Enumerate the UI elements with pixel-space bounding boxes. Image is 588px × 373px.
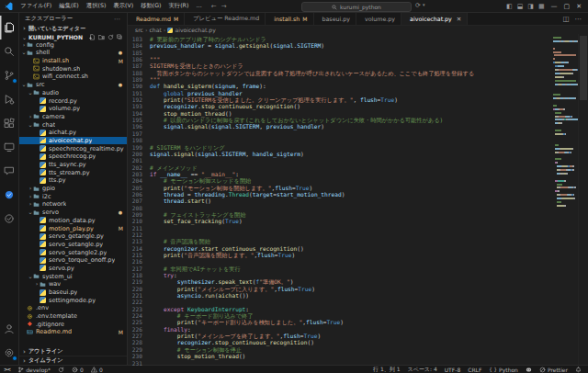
code-content[interactable]: # 更新前のアプリ終了時のシグナルハンドラprevious_handler = … [148, 34, 553, 365]
tree-item-camera[interactable]: ›camera [19, 113, 127, 121]
tree-item-system_ui[interactable]: ⌄system_ui [19, 272, 127, 280]
code-editor[interactable]: 1831841851861871881891901911921931941951… [128, 34, 588, 365]
tree-item-volume.py[interactable]: volume.py [19, 105, 127, 113]
status--行 1、列 1[interactable]: 行 1、列 1 [369, 366, 403, 373]
activity-source-control-icon[interactable] [0, 63, 19, 87]
activity-account-icon[interactable] [0, 317, 19, 341]
nav-back-icon[interactable]: ← [211, 3, 217, 10]
outline-section[interactable]: › アウトライン [19, 348, 127, 356]
open-editors-section[interactable]: › 開いているエディター [19, 25, 127, 33]
timeline-section[interactable]: › タイムライン [19, 356, 127, 365]
status-sync[interactable] [54, 367, 68, 373]
breadcrumb-item-chat[interactable]: chat [150, 27, 162, 33]
activity-search-icon[interactable] [0, 40, 19, 63]
breadcrumb-item-aivoicechat.py[interactable]: aivoicechat.py [175, 27, 215, 33]
tree-item-shutdown.sh[interactable]: shutdown.sh [19, 64, 127, 73]
tree-item-servo.py[interactable]: servo.py [19, 265, 127, 273]
command-center[interactable]: kurumi_python [301, 2, 412, 12]
minimize-button[interactable]: — [551, 3, 558, 10]
status-prettier-Prettier[interactable]: Prettier [536, 367, 571, 373]
status-copilot[interactable] [522, 367, 536, 373]
menu-item-0[interactable]: ファイル(F) [17, 2, 55, 8]
status--CRLF[interactable]: CRLF [464, 367, 485, 373]
tree-item-servo_torque_onoff.py[interactable]: servo_torque_onoff.py [19, 256, 127, 265]
tab-install.sh[interactable]: install.shM [266, 13, 313, 25]
tab-Readme.md[interactable]: Readme.mdM [128, 13, 185, 25]
status-bell[interactable] [571, 367, 585, 373]
scrollbar-thumb[interactable] [580, 36, 587, 100]
tree-item-network[interactable]: ›network [19, 200, 127, 209]
tree-item-aichat.py[interactable]: aichat.py [19, 129, 127, 137]
menu-item-3[interactable]: 表示(V) [109, 2, 137, 8]
status--スペース: 4[interactable]: スペース: 4 [404, 366, 441, 373]
tree-item-speechrecog_realtime.py[interactable]: speechrecog_realtime.py [19, 144, 127, 153]
tree-item-audio[interactable]: ⌄audio [19, 89, 127, 97]
toggle-panel-icon[interactable]: ⬓ [517, 3, 524, 10]
tree-item-speechrecog.py[interactable]: speechrecog.py [19, 153, 127, 161]
menu-item-6[interactable]: … [192, 2, 205, 8]
tree-item-motion_play.py[interactable]: motion_play.pyM [19, 224, 127, 232]
tree-item-settingmode.py[interactable]: settingmode.py [19, 296, 127, 304]
tree-item-wifi_connect.sh[interactable]: wifi_connect.sh [19, 73, 127, 81]
status-warning-0[interactable]: 0 [87, 367, 107, 373]
activity-extensions-icon[interactable] [0, 111, 19, 135]
refresh-icon[interactable] [107, 34, 114, 40]
tree-item-tts.py[interactable]: tts.py [19, 176, 127, 185]
tab-プレビュー Readme.md[interactable]: プレビュー Readme.md [185, 13, 266, 25]
activity-check-circle-icon[interactable] [0, 207, 19, 231]
more-actions-icon[interactable]: ⋯ [575, 15, 582, 23]
tree-item-servo_getangle.py[interactable]: servo_getangle.py [19, 232, 127, 241]
tree-item-install.sh[interactable]: install.shM [19, 57, 127, 65]
tree-item-servo_setangle.py[interactable]: servo_setangle.py [19, 241, 127, 249]
breadcrumb[interactable]: src›chat›aivoicechat.py [128, 26, 588, 34]
nav-forward-icon[interactable]: → [221, 3, 227, 10]
status-braces-Python[interactable]: { }Python [485, 367, 522, 373]
maximize-button[interactable]: ▢ [564, 3, 571, 10]
tree-item-shell[interactable]: ⌄shell● [19, 49, 127, 57]
collapse-all-icon[interactable] [117, 34, 123, 40]
menu-item-2[interactable]: 選択(S) [83, 2, 110, 8]
status--UTF-8[interactable]: UTF-8 [441, 367, 465, 373]
tree-item-baseui.py[interactable]: baseui.py [19, 288, 127, 297]
tree-item-aivoicechat.py[interactable]: aivoicechat.py [19, 137, 127, 145]
tree-item-chat[interactable]: ⌄chat [19, 120, 127, 129]
history-icon[interactable]: ⟳ [415, 2, 421, 9]
menu-item-5[interactable]: 実行(R) [165, 2, 193, 8]
tree-item-record.py[interactable]: record.py [19, 96, 127, 105]
new-file-icon[interactable] [89, 34, 96, 40]
tree-item-motion_data.py[interactable]: motion_data.py [19, 217, 127, 225]
more-actions-icon[interactable]: ⋯ [114, 16, 121, 23]
tree-item-.env.template[interactable]: .env.template [19, 312, 127, 321]
chevron-down-icon[interactable]: ▾ [423, 2, 425, 9]
tree-item-wav[interactable]: ›wav [19, 280, 127, 288]
tab-aivoicechat.py[interactable]: aivoicechat.py✕ [401, 13, 468, 25]
menu-item-1[interactable]: 編集(E) [55, 2, 83, 8]
customize-layout-icon[interactable]: ▦ [538, 3, 545, 10]
tree-item-config[interactable]: ›config [19, 40, 127, 49]
activity-run-debug-icon[interactable] [0, 87, 19, 111]
tree-item-Readme.md[interactable]: Readme.mdM [19, 328, 127, 336]
activity-remote-explorer-icon[interactable] [0, 135, 19, 159]
workspace-root-row[interactable]: ⌄ KURUMI_PYTHON [19, 33, 127, 41]
status-branch-develop*[interactable]: develop* [14, 367, 54, 373]
activity-settings-icon[interactable] [0, 341, 19, 365]
toggle-primary-sidebar-icon[interactable]: ◧ [506, 3, 513, 10]
tree-item-src[interactable]: ⌄src● [19, 81, 127, 89]
tree-item-tts_stream.py[interactable]: tts_stream.py [19, 168, 127, 176]
close-button[interactable]: ✕ [576, 3, 582, 10]
tree-item-i2c[interactable]: ›i2c [19, 192, 127, 200]
status-remote-indicator[interactable]: >< [0, 367, 14, 372]
tree-item-servo_setangle2.py[interactable]: servo_setangle2.py [19, 248, 127, 256]
breadcrumb-item-src[interactable]: src [135, 27, 143, 33]
activity-chat-icon[interactable] [0, 159, 19, 183]
tree-item-.env[interactable]: .env [19, 304, 127, 312]
status-error-0[interactable]: 0 [68, 367, 87, 373]
split-editor-icon[interactable]: ◫ [562, 15, 569, 23]
menu-item-4[interactable]: 移動(G) [137, 2, 164, 8]
close-tab-icon[interactable]: ✕ [457, 16, 461, 23]
tree-item-gpio[interactable]: ›gpio [19, 185, 127, 193]
tree-item-.gitignore[interactable]: .gitignore [19, 320, 127, 328]
minimap[interactable] [553, 34, 578, 365]
tree-item-tts_async.py[interactable]: tts_async.py [19, 161, 127, 169]
tree-item-servo[interactable]: ⌄servo● [19, 209, 127, 217]
